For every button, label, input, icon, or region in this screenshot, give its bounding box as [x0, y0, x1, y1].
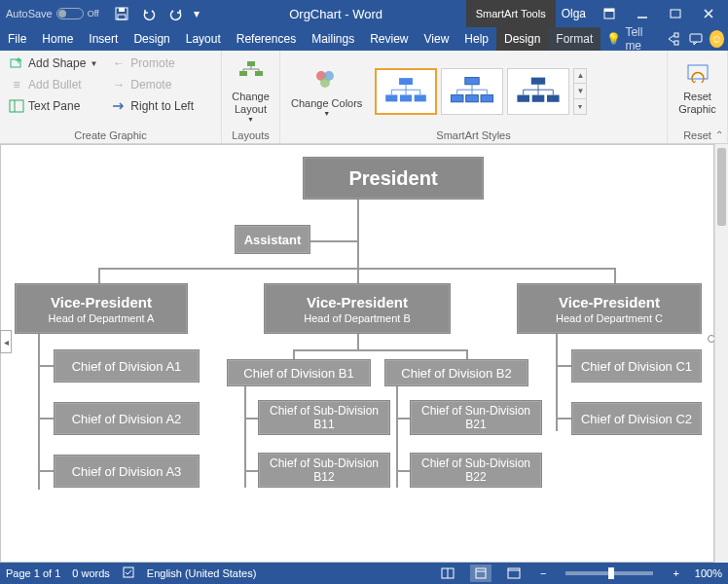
rtl-icon	[111, 98, 127, 114]
node-vp-b[interactable]: Vice-President Head of Department B	[264, 283, 451, 334]
demote-icon: →	[111, 77, 127, 92]
node-b2[interactable]: Chief of Division B2	[384, 359, 528, 386]
node-president[interactable]: President	[303, 157, 484, 200]
tab-smartart-design[interactable]: Design	[496, 27, 548, 51]
gallery-scroll[interactable]: ▲▼▾	[573, 68, 587, 115]
status-words[interactable]: 0 words	[72, 567, 110, 579]
user-name: Olga	[556, 7, 592, 20]
maximize-button[interactable]	[660, 2, 691, 25]
qat-customize-button[interactable]: ▾	[191, 2, 202, 25]
vertical-scrollbar[interactable]	[714, 144, 728, 563]
node-a3[interactable]: Chief of Division A3	[54, 455, 200, 488]
proofing-icon[interactable]	[122, 566, 135, 581]
tab-review[interactable]: Review	[362, 27, 416, 51]
svg-rect-19	[255, 71, 263, 76]
node-vp-c[interactable]: Vice-President Head of Department C	[517, 283, 702, 334]
demote-label: Demote	[130, 78, 171, 91]
tab-mailings[interactable]: Mailings	[304, 27, 362, 51]
svg-rect-1	[119, 8, 125, 12]
svg-rect-29	[400, 94, 412, 101]
ribbon-options-button[interactable]	[594, 2, 625, 25]
node-c1[interactable]: Chief of Division C1	[571, 349, 702, 383]
svg-rect-11	[690, 34, 702, 42]
add-shape-button[interactable]: Add Shape ▼	[4, 53, 102, 74]
node-b11[interactable]: Chief of Sub-Division B11	[258, 400, 390, 435]
tab-home[interactable]: Home	[34, 27, 81, 51]
redo-button[interactable]	[164, 2, 189, 25]
node-b1[interactable]: Chief of Division B1	[227, 359, 371, 386]
text-pane-label: Text Pane	[28, 99, 80, 113]
share-button[interactable]	[662, 27, 683, 51]
right-to-left-button[interactable]: Right to Left	[106, 95, 199, 117]
group-label-layouts: Layouts	[226, 129, 275, 143]
zoom-out-button[interactable]: −	[536, 567, 550, 579]
add-shape-label: Add Shape	[28, 56, 86, 70]
node-c2[interactable]: Chief of Division C2	[571, 402, 702, 435]
autosave-toggle[interactable]: AutoSave Off	[0, 8, 105, 19]
tab-design[interactable]: Design	[126, 27, 177, 51]
change-layout-button[interactable]: Change Layout ▼	[226, 53, 275, 129]
reset-label: Reset Graphic	[678, 91, 716, 116]
svg-rect-27	[399, 78, 413, 85]
svg-rect-6	[671, 10, 680, 18]
tab-file[interactable]: File	[0, 27, 34, 51]
node-b21[interactable]: Chief of Sun-Division B21	[410, 400, 542, 435]
save-button[interactable]	[109, 2, 134, 25]
svg-rect-10	[674, 41, 678, 45]
print-layout-button[interactable]	[470, 565, 491, 582]
tab-smartart-format[interactable]: Format	[548, 27, 601, 51]
svg-rect-15	[10, 100, 23, 112]
rtl-label: Right to Left	[130, 99, 194, 113]
zoom-in-button[interactable]: +	[669, 567, 682, 579]
zoom-slider[interactable]	[565, 571, 653, 575]
document-page[interactable]: ◂	[0, 144, 714, 563]
bullet-icon: ≡	[9, 77, 24, 92]
user-avatar[interactable]: ☺	[710, 30, 724, 48]
style-option-1[interactable]	[375, 68, 437, 115]
title-bar: AutoSave Off ▾ OrgChart - Word SmartArt …	[0, 0, 728, 27]
comments-button[interactable]	[685, 27, 707, 51]
style-option-3[interactable]	[507, 68, 569, 115]
style-gallery: ▲▼▾	[375, 68, 587, 115]
collapse-ribbon-button[interactable]: ⌃	[712, 128, 726, 141]
lightbulb-icon: 💡	[606, 32, 621, 46]
ribbon-tabs: File Home Insert Design Layout Reference…	[0, 27, 728, 51]
zoom-level[interactable]: 100%	[695, 567, 722, 579]
status-language[interactable]: English (United States)	[147, 567, 257, 579]
text-pane-icon	[9, 98, 24, 114]
status-bar: Page 1 of 1 0 words English (United Stat…	[0, 563, 728, 584]
tab-references[interactable]: References	[229, 27, 304, 51]
toggle-icon	[56, 8, 84, 19]
style-option-2[interactable]	[441, 68, 503, 115]
read-mode-button[interactable]	[437, 565, 458, 582]
status-page[interactable]: Page 1 of 1	[6, 567, 60, 579]
text-pane-button[interactable]: Text Pane	[4, 95, 102, 117]
minimize-button[interactable]	[627, 2, 658, 25]
web-layout-button[interactable]	[503, 565, 525, 582]
tab-view[interactable]: View	[417, 27, 457, 51]
tab-layout[interactable]: Layout	[178, 27, 229, 51]
tell-me-search[interactable]: 💡 Tell me	[601, 25, 660, 53]
change-colors-button[interactable]: Change Colors ▼	[284, 59, 369, 124]
text-pane-handle[interactable]: ◂	[0, 330, 12, 353]
add-bullet-button: ≡ Add Bullet	[4, 74, 102, 95]
undo-button[interactable]	[136, 2, 162, 25]
node-vp-a[interactable]: Vice-President Head of Department A	[15, 283, 188, 334]
node-b22[interactable]: Chief of Sub-Division B22	[410, 453, 542, 488]
svg-point-26	[320, 78, 330, 88]
reset-graphic-button[interactable]: Reset Graphic	[672, 53, 723, 121]
promote-button: ← Promote	[106, 53, 199, 74]
svg-rect-28	[386, 94, 398, 101]
tab-help[interactable]: Help	[456, 27, 496, 51]
add-shape-icon	[9, 55, 24, 71]
window-title: OrgChart - Word	[206, 7, 466, 21]
node-b12[interactable]: Chief of Sub-Division B12	[258, 453, 390, 488]
node-assistant[interactable]: Assistant	[235, 225, 310, 254]
autosave-label: AutoSave	[6, 8, 53, 19]
node-a2[interactable]: Chief of Division A2	[54, 402, 200, 435]
close-button[interactable]	[693, 2, 724, 25]
promote-icon: ←	[111, 55, 127, 71]
group-label-create: Create Graphic	[4, 129, 217, 143]
node-a1[interactable]: Chief of Division A1	[54, 349, 200, 383]
tab-insert[interactable]: Insert	[81, 27, 126, 51]
